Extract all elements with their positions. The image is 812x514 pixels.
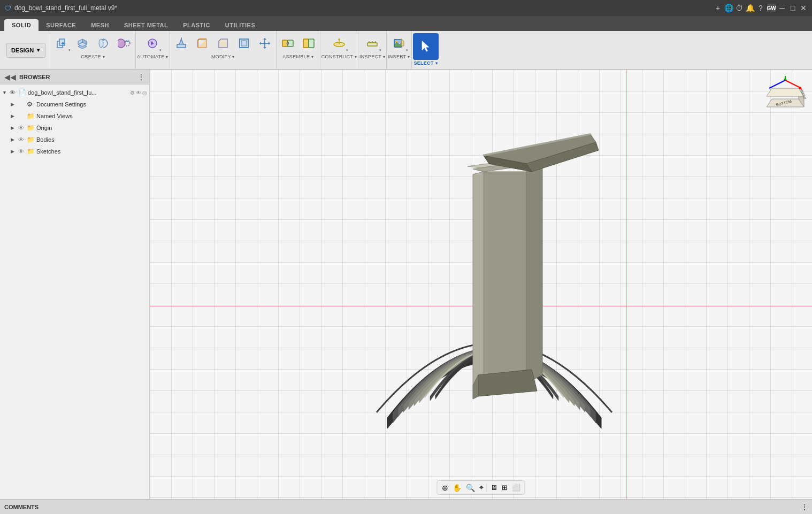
minimize-btn[interactable]: ─: [778, 4, 786, 12]
select-group: SELECT ▾: [412, 31, 440, 69]
insert-group: ▾ INSERT ▾: [387, 31, 412, 69]
select-btn[interactable]: [413, 33, 439, 60]
toolbar: DESIGN ▼ ▾: [0, 31, 812, 70]
titlebar: 🛡 dog_bowl_stand_first_full_metal v9* + …: [0, 0, 812, 16]
model-3d: [361, 102, 628, 434]
svg-marker-37: [473, 172, 484, 386]
svg-line-50: [769, 80, 785, 88]
viewcube-svg: BOTTOM RIGHT: [764, 75, 807, 118]
bodies-label: Bodies: [36, 136, 147, 143]
browser-item-root[interactable]: ▼ 👁 📄 dog_bowl_stand_first_fu... ⚙ 👁 ◎: [0, 87, 149, 98]
insert-image-btn[interactable]: ▾: [389, 33, 409, 53]
browser-item-origin[interactable]: ▶ 👁 📁 Origin: [0, 122, 149, 134]
construct-plane-btn[interactable]: ▾: [329, 33, 349, 53]
fillet-btn[interactable]: [192, 33, 212, 53]
construct-group: ▾ CONSTRUCT ▾: [320, 31, 358, 69]
create-more-btn[interactable]: [114, 33, 134, 53]
new-tab-btn[interactable]: +: [714, 4, 722, 12]
measure-btn[interactable]: ▾: [362, 33, 382, 53]
construct-arrow: ▾: [346, 48, 348, 52]
svg-rect-13: [177, 44, 186, 48]
bodies-expand: ▶: [11, 137, 18, 142]
move-btn[interactable]: [255, 33, 275, 53]
root-file-icon: 📄: [18, 89, 28, 96]
design-dropdown[interactable]: DESIGN ▼: [6, 43, 45, 58]
insert-arrow: ▾: [406, 48, 408, 52]
revolve-btn[interactable]: [93, 33, 113, 53]
shield-icon: 🛡: [4, 4, 11, 12]
viewport[interactable]: BOTTOM RIGHT ⊕ ✋ 🔍 ⌖ 🖥 ⊞ ⬜: [150, 70, 812, 499]
chamfer-btn[interactable]: [213, 33, 233, 53]
svg-line-48: [785, 80, 801, 88]
create-label: CREATE ▾: [81, 54, 105, 59]
sketches-folder-icon: 📁: [27, 148, 36, 155]
title-text: dog_bowl_stand_first_full_metal v9*: [14, 4, 117, 12]
svg-point-8: [99, 39, 103, 48]
browser-collapse-btn[interactable]: ◀◀: [4, 73, 16, 81]
tab-sheet-metal[interactable]: SHEET METAL: [117, 19, 175, 31]
new-component-btn[interactable]: ▾: [51, 33, 72, 53]
grid-btn[interactable]: ⊞: [501, 482, 509, 493]
browser-item-bodies[interactable]: ▶ 👁 📁 Bodies: [0, 134, 149, 145]
close-btn[interactable]: ✕: [799, 4, 808, 12]
pan-btn[interactable]: ✋: [451, 482, 463, 493]
help-btn[interactable]: ?: [756, 4, 765, 12]
clock-btn[interactable]: ⏱: [735, 4, 744, 12]
svg-rect-17: [241, 41, 247, 46]
bodies-folder-icon: 📁: [27, 136, 36, 143]
press-pull-btn[interactable]: [171, 33, 191, 53]
automate-arrow: ▾: [159, 48, 162, 52]
svg-rect-21: [303, 39, 309, 48]
browser-pin-btn[interactable]: ⋮: [137, 73, 145, 81]
browser-item-doc-settings[interactable]: ▶ ⚙ Document Settings: [0, 98, 149, 110]
root-target-icon: ◎: [142, 90, 147, 96]
browser-item-sketches[interactable]: ▶ 👁 📁 Sketches: [0, 145, 149, 157]
extrude-btn[interactable]: [72, 33, 93, 53]
svg-rect-1: [59, 39, 65, 45]
sketches-label: Sketches: [36, 148, 147, 155]
new-component-arrow: ▾: [68, 48, 71, 52]
tab-solid[interactable]: SOLID: [4, 19, 39, 31]
tab-bar: SOLID SURFACE MESH SHEET METAL PLASTIC U…: [0, 16, 812, 31]
joint-btn[interactable]: [278, 33, 298, 53]
viewcube[interactable]: BOTTOM RIGHT: [764, 75, 807, 118]
modify-tools: [171, 33, 275, 53]
svg-marker-25: [338, 38, 340, 40]
as-built-btn[interactable]: [298, 33, 319, 53]
inspect-tools: ▾: [362, 33, 382, 53]
zoom-btn[interactable]: 🔍: [465, 482, 476, 493]
tab-surface[interactable]: SURFACE: [39, 19, 83, 31]
browser-header: ◀◀ BROWSER ⋮: [0, 70, 149, 85]
create-group: ▾: [50, 31, 136, 69]
tab-utilities[interactable]: UTILITIES: [218, 19, 263, 31]
zoom-fit-btn[interactable]: ⌖: [478, 482, 485, 493]
browser-title: BROWSER: [19, 74, 50, 80]
maximize-btn[interactable]: □: [788, 4, 797, 12]
render-btn[interactable]: ⬜: [511, 482, 522, 493]
user-btn[interactable]: GW: [767, 4, 776, 12]
create-tools: ▾: [51, 33, 134, 53]
construct-label: CONSTRUCT ▾: [321, 54, 357, 59]
orbit-btn[interactable]: ⊕: [441, 482, 449, 493]
comments-toggle-btn[interactable]: ⋮: [801, 503, 808, 511]
tab-plastic[interactable]: PLASTIC: [175, 19, 218, 31]
svg-rect-26: [367, 43, 377, 46]
display-mode-btn[interactable]: 🖥: [489, 482, 499, 493]
bell-btn[interactable]: 🔔: [746, 4, 754, 12]
tab-mesh[interactable]: MESH: [83, 19, 117, 31]
top-bracket: [482, 133, 599, 172]
select-tools: [413, 33, 439, 60]
comments-label: COMMENTS: [4, 504, 39, 510]
globe-btn[interactable]: 🌐: [724, 4, 733, 12]
insert-label: INSERT ▾: [388, 54, 410, 59]
named-views-label: Named Views: [36, 113, 147, 119]
bodies-vis-icon: 👁: [18, 136, 27, 143]
svg-marker-53: [767, 88, 804, 96]
automate-btn[interactable]: ▾: [142, 33, 163, 53]
design-chevron: ▼: [36, 48, 41, 53]
shell-btn[interactable]: [234, 33, 254, 53]
named-views-icon: 📁: [27, 112, 36, 120]
browser-item-named-views[interactable]: ▶ 📁 Named Views: [0, 110, 149, 122]
select-label: SELECT ▾: [413, 60, 437, 66]
automate-label: AUTOMATE ▾: [137, 54, 168, 59]
